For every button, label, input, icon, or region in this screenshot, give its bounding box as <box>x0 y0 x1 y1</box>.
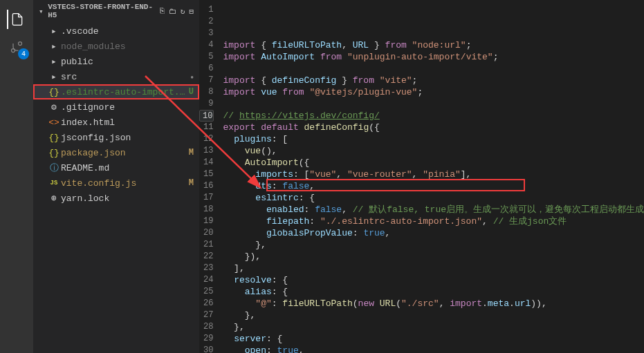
tree-item-label: yarn.lock <box>61 193 194 204</box>
tree-item-label: package.json <box>61 148 186 158</box>
code-line[interactable]: import { defineConfig } from "vite"; <box>223 75 644 86</box>
line-number: 21 <box>199 239 214 251</box>
code-line[interactable]: }, <box>223 321 644 333</box>
line-number: 27 <box>199 309 214 321</box>
file-json-icon: {} <box>47 148 61 158</box>
new-file-icon[interactable]: ⎘ <box>160 7 165 15</box>
code-line[interactable]: }), <box>223 251 644 263</box>
folder-icon: ▸ <box>47 56 61 67</box>
line-number: 8 <box>199 86 214 98</box>
scm-badge: 4 <box>18 48 29 59</box>
code-line[interactable]: filepath: "./.eslintrc-auto-import.json"… <box>223 216 644 227</box>
code-line[interactable]: globalsPropValue: true, <box>223 227 644 239</box>
git-status: M <box>189 178 194 188</box>
tree-item-jsconfig-json[interactable]: {}jsconfig.json <box>33 130 199 145</box>
line-number: 17 <box>199 192 214 204</box>
line-number: 30 <box>199 345 214 353</box>
file-tree: ▸.vscode▸node_modules▸public▸src●{}.esli… <box>33 22 199 207</box>
line-number: 12 <box>199 133 214 145</box>
code-area[interactable]: import { fileURLToPath, URL } from "node… <box>223 0 644 353</box>
tree-item--eslintrc-auto-import-json[interactable]: {}.eslintrc-auto-import.jsonU <box>33 84 199 99</box>
code-line[interactable]: dts: false, <box>223 180 644 192</box>
code-line[interactable]: AutoImport({ <box>223 157 644 169</box>
line-number: 25 <box>199 286 214 298</box>
code-line[interactable]: }, <box>223 309 644 321</box>
tree-item-node-modules[interactable]: ▸node_modules <box>33 39 199 54</box>
code-line[interactable]: export default defineConfig({ <box>223 122 644 133</box>
tree-item-package-json[interactable]: {}package.jsonM <box>33 145 199 160</box>
code-line[interactable]: enabled: false, // 默认false, true启用。生成一次就… <box>223 204 644 216</box>
tree-item-public[interactable]: ▸public <box>33 54 199 69</box>
tree-item-label: node_modules <box>61 41 194 52</box>
line-number: 28 <box>199 321 214 333</box>
code-line[interactable]: plugins: [ <box>223 133 644 145</box>
line-number: 7 <box>199 75 214 86</box>
activity-bar: 4 <box>0 0 33 353</box>
code-line[interactable]: "@": fileURLToPath(new URL("./src", impo… <box>223 298 644 309</box>
line-number: 19 <box>199 216 214 227</box>
line-number: 4 <box>199 39 214 51</box>
code-line[interactable] <box>223 98 644 110</box>
file-js-icon: JS <box>47 180 61 187</box>
code-line[interactable]: eslintrc: { <box>223 192 644 204</box>
code-line[interactable]: imports: ["vue", "vue-router", "pinia"], <box>223 169 644 180</box>
code-line[interactable]: }, <box>223 239 644 251</box>
file-lock-icon: ⊛ <box>47 193 61 204</box>
line-number: 29 <box>199 333 214 345</box>
folder-icon: ▸ <box>47 41 61 52</box>
code-line[interactable]: // https://vitejs.dev/config/ <box>223 110 644 122</box>
code-line[interactable]: alias: { <box>223 286 644 298</box>
line-number: 6 <box>199 63 214 75</box>
tree-item-label: jsconfig.json <box>61 133 194 143</box>
tree-item-readme-md[interactable]: ⓘREADME.md <box>33 160 199 175</box>
line-number: 13 <box>199 145 214 157</box>
file-json-icon: {} <box>47 87 61 97</box>
modified-dot-icon: ● <box>190 74 194 80</box>
tree-item-label: src <box>61 72 190 82</box>
file-gear-icon: ⚙ <box>47 102 61 113</box>
explorer-header[interactable]: ▾ VSTECS-STORE-FRONT-END-H5 ⎘ 🗀 ↻ ⊟ <box>33 0 199 22</box>
line-number: 22 <box>199 251 214 263</box>
editor[interactable]: 1234567891011121314151617181920212223242… <box>199 0 644 353</box>
collapse-icon[interactable]: ⊟ <box>189 7 194 16</box>
code-line[interactable]: import { fileURLToPath, URL } from "node… <box>223 39 644 51</box>
tree-item-label: .gitignore <box>61 102 194 113</box>
code-line[interactable]: resolve: { <box>223 274 644 286</box>
code-line[interactable] <box>223 63 644 75</box>
code-line[interactable]: import AutoImport from "unplugin-auto-im… <box>223 51 644 63</box>
code-line[interactable]: open: true, <box>223 345 644 353</box>
line-number: 10 <box>199 110 214 122</box>
code-line[interactable]: import vue from "@vitejs/plugin-vue"; <box>223 86 644 98</box>
refresh-icon[interactable]: ↻ <box>181 7 185 16</box>
tree-item-label: .vscode <box>61 26 194 37</box>
tree-item-label: index.html <box>61 117 194 128</box>
file-json-icon: {} <box>47 133 61 143</box>
folder-icon: ▸ <box>47 26 61 37</box>
tree-item-src[interactable]: ▸src● <box>33 69 199 84</box>
folder-icon: ▸ <box>47 71 61 82</box>
code-line[interactable]: ], <box>223 263 644 274</box>
tree-item--gitignore[interactable]: ⚙.gitignore <box>33 99 199 115</box>
file-html-icon: <> <box>47 117 61 128</box>
code-line[interactable]: server: { <box>223 333 644 345</box>
tree-item-yarn-lock[interactable]: ⊛yarn.lock <box>33 191 199 206</box>
line-number: 18 <box>199 204 214 216</box>
line-number: 2 <box>199 16 214 28</box>
line-number: 11 <box>199 122 214 133</box>
source-control-icon[interactable]: 4 <box>7 37 26 57</box>
tree-item--vscode[interactable]: ▸.vscode <box>33 23 199 39</box>
code-line[interactable]: vue(), <box>223 145 644 157</box>
file-md-icon: ⓘ <box>47 162 61 174</box>
tree-item-vite-config-js[interactable]: JSvite.config.jsM <box>33 175 199 191</box>
new-folder-icon[interactable]: 🗀 <box>169 7 176 16</box>
line-number: 15 <box>199 169 214 180</box>
line-number: 20 <box>199 227 214 239</box>
tree-item-label: README.md <box>61 163 194 173</box>
line-number: 5 <box>199 51 214 63</box>
tree-item-index-html[interactable]: <>index.html <box>33 115 199 130</box>
line-number: 3 <box>199 28 214 39</box>
tree-item-label: public <box>61 57 194 67</box>
line-number: 16 <box>199 180 214 192</box>
explorer-icon[interactable] <box>7 10 26 29</box>
line-number: 9 <box>199 98 214 110</box>
